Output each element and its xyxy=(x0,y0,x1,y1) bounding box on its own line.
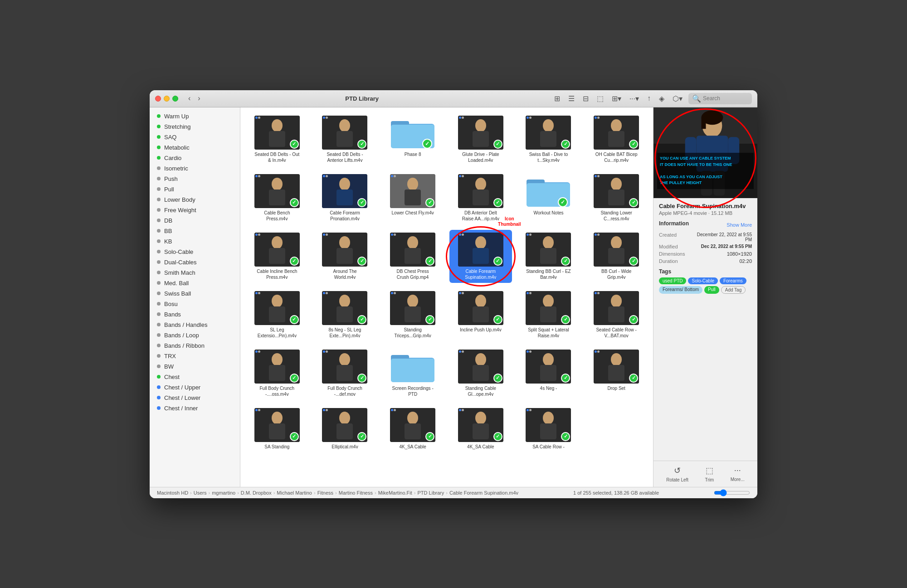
video-thumbnail: ✓ xyxy=(526,291,571,325)
sidebar-item-bw[interactable]: BW xyxy=(150,361,240,372)
video-thumbnail: ✓ xyxy=(254,291,300,325)
sidebar-item-metabolic[interactable]: Metabolic xyxy=(150,142,240,153)
file-item[interactable]: ✓Incline Push Up.m4v xyxy=(449,288,512,341)
share-button[interactable]: ↑ xyxy=(645,93,653,104)
close-button[interactable] xyxy=(155,96,161,102)
view-cover-button[interactable]: ⬚ xyxy=(595,93,606,104)
file-item[interactable]: ✓ Phase 8 xyxy=(381,113,444,166)
tag-solo-cable[interactable]: Solo-Cable xyxy=(688,277,717,284)
trim-button[interactable]: ⬚ Trim xyxy=(705,466,714,482)
titlebar: ‹ › PTD Library ⊞ ☰ ⊟ ⬚ ⊞▾ ···▾ ↑ ◈ ⬡▾ 🔍 xyxy=(150,90,757,107)
actions-button[interactable]: ···▾ xyxy=(627,93,641,104)
sidebar-item-stretching[interactable]: Stretching xyxy=(150,121,240,132)
file-item[interactable]: ✓Elliptical.m4v xyxy=(314,405,376,452)
sidebar-label-smith-mach: Smith Mach xyxy=(164,269,195,276)
sidebar-item-dual-cables[interactable]: Dual-Cables xyxy=(150,257,240,267)
sidebar-item-bands-handles[interactable]: Bands / Handles xyxy=(150,320,240,330)
sidebar-item-swiss-ball[interactable]: Swiss Ball xyxy=(150,288,240,299)
view-more-button[interactable]: ⊞▾ xyxy=(610,93,624,104)
file-item[interactable]: ✓ Workout Notes xyxy=(517,171,580,224)
file-item[interactable]: ✓SA Standing xyxy=(246,405,308,452)
check-badge: ✓ xyxy=(493,257,502,266)
file-item[interactable]: ✓Cable Forearm Supination.m4vIcon Thumbn… xyxy=(449,230,512,283)
rotate-left-button[interactable]: ↺ Rotate Left xyxy=(666,466,688,482)
sidebar-dot-warm-up xyxy=(157,114,161,118)
file-item[interactable]: ✓Seated DB Delts - Anterior Lifts.m4v xyxy=(314,113,376,166)
tag-pull[interactable]: Pull xyxy=(704,286,719,294)
file-label: 4s Neg - xyxy=(540,385,557,391)
view-grid-button[interactable]: ⊞ xyxy=(552,93,562,104)
file-item[interactable]: Screen Recordings - PTD xyxy=(381,347,444,400)
sidebar-item-chest-inner[interactable]: Chest / Inner xyxy=(150,403,240,413)
sidebar-item-smith-mach[interactable]: Smith Mach xyxy=(150,267,240,278)
file-item[interactable]: ✓Full Body Crunch -...def.mov xyxy=(314,347,376,400)
file-item[interactable]: ✓DB Chest Press Crush Grip.mp4 xyxy=(381,230,444,283)
sidebar-item-chest[interactable]: Chest xyxy=(150,372,240,382)
show-more-button[interactable]: Show More xyxy=(727,222,752,228)
file-item[interactable]: ✓Drop Set xyxy=(585,347,648,400)
tag-used-ptd[interactable]: used PTD xyxy=(659,277,686,284)
sidebar-item-pull[interactable]: Pull xyxy=(150,184,240,194)
sidebar-item-med-ball[interactable]: Med. Ball xyxy=(150,278,240,288)
sidebar-item-solo-cable[interactable]: Solo-Cable xyxy=(150,247,240,257)
tag-forearms/-bottom[interactable]: Forearms/ Bottom xyxy=(659,286,702,294)
file-item[interactable]: ✓Swiss Ball - Dive to t...Sky.m4v xyxy=(517,113,580,166)
tag-button[interactable]: ◈ xyxy=(657,93,667,104)
sidebar-item-warm-up[interactable]: Warm Up xyxy=(150,111,240,121)
more-button[interactable]: ··· More... xyxy=(731,466,745,482)
file-item[interactable]: ✓Standing Triceps...Grip.m4v xyxy=(381,288,444,341)
file-item[interactable]: ✓Standing Lower C...ress.m4v xyxy=(585,171,648,224)
file-item[interactable]: ✓Full Body Crunch -....oss.m4v xyxy=(246,347,308,400)
file-item[interactable]: ✓4K_SA Cable xyxy=(381,405,444,452)
file-item[interactable]: ✓Glute Drive - Plate Loaded.m4v xyxy=(449,113,512,166)
sidebar-item-saq[interactable]: SAQ xyxy=(150,132,240,142)
file-item[interactable]: ✓4s Neg - xyxy=(517,347,580,400)
dropbox-button[interactable]: ⬡▾ xyxy=(670,93,685,104)
search-input[interactable] xyxy=(703,95,748,102)
file-item[interactable]: ✓Cable Forearm Pronation.m4v xyxy=(314,171,376,224)
sidebar-item-bands[interactable]: Bands xyxy=(150,309,240,320)
file-item[interactable]: ✓SA Cable Row - xyxy=(517,405,580,452)
sidebar-item-bands-ribbon[interactable]: Bands / Ribbon xyxy=(150,340,240,351)
file-item[interactable]: ✓Around The World.m4v xyxy=(314,230,376,283)
video-indicator xyxy=(595,350,600,353)
sidebar-item-db[interactable]: DB xyxy=(150,215,240,226)
file-item[interactable]: ✓Seated Cable Row - V...BAT.mov xyxy=(585,288,648,341)
file-item[interactable]: ✓4K_SA Cable xyxy=(449,405,512,452)
sidebar-item-isometric[interactable]: Isometric xyxy=(150,163,240,174)
file-item[interactable]: ✓Split Squat + Lateral Raise.m4v xyxy=(517,288,580,341)
tag-forearms[interactable]: Forearms xyxy=(720,277,746,284)
file-area: ✓Seated DB Delts - Out & In.m4v ✓Seated … xyxy=(240,107,653,487)
zoom-slider[interactable] xyxy=(714,489,750,496)
sidebar-item-trx[interactable]: TRX xyxy=(150,351,240,361)
file-item[interactable]: ✓OH Cable BAT Bicep Cu...rip.m4v xyxy=(585,113,648,166)
check-badge: ✓ xyxy=(290,257,299,266)
sidebar-item-bosu[interactable]: Bosu xyxy=(150,299,240,309)
sidebar-item-chest-upper[interactable]: Chest / Upper xyxy=(150,382,240,393)
file-item[interactable]: ✓DB Anterior Delt Raise AA...rip.m4v xyxy=(449,171,512,224)
file-item[interactable]: ✓Lower Chest Fly.m4v xyxy=(381,171,444,224)
sidebar-item-chest-lower[interactable]: Chest / Lower xyxy=(150,393,240,403)
sidebar-item-bands-loop[interactable]: Bands / Loop xyxy=(150,330,240,340)
view-list-button[interactable]: ☰ xyxy=(566,93,577,104)
file-label: SA Cable Row - xyxy=(532,444,565,450)
sidebar-dot-bands-loop xyxy=(157,333,161,337)
file-item[interactable]: ✓BB Curl - Wide Grip.m4v xyxy=(585,230,648,283)
sidebar-item-lower-body[interactable]: Lower Body xyxy=(150,194,240,205)
minimize-button[interactable] xyxy=(164,96,170,102)
file-item[interactable]: ✓8s Neg - SL Leg Exte...Pin).m4v xyxy=(314,288,376,341)
file-item[interactable]: ✓Cable Bench Press.m4v xyxy=(246,171,308,224)
sidebar-item-kb[interactable]: KB xyxy=(150,236,240,247)
view-columns-button[interactable]: ⊟ xyxy=(580,93,591,104)
tag-add-tag[interactable]: Add Tag xyxy=(721,286,746,294)
file-item[interactable]: ✓Standing Cable Gl...ope.m4v xyxy=(449,347,512,400)
file-item[interactable]: ✓Seated DB Delts - Out & In.m4v xyxy=(246,113,308,166)
file-item[interactable]: ✓Cable Incline Bench Press.m4v xyxy=(246,230,308,283)
sidebar-item-free-weight[interactable]: Free Weight xyxy=(150,205,240,215)
sidebar-item-cardio[interactable]: Cardio xyxy=(150,153,240,163)
file-item[interactable]: ✓SL Leg Extensio...Pin).m4v xyxy=(246,288,308,341)
video-indicator xyxy=(459,233,464,236)
sidebar-item-push[interactable]: Push xyxy=(150,174,240,184)
file-item[interactable]: ✓Standing BB Curl - EZ Bar.m4v xyxy=(517,230,580,283)
sidebar-item-bb[interactable]: BB xyxy=(150,226,240,236)
